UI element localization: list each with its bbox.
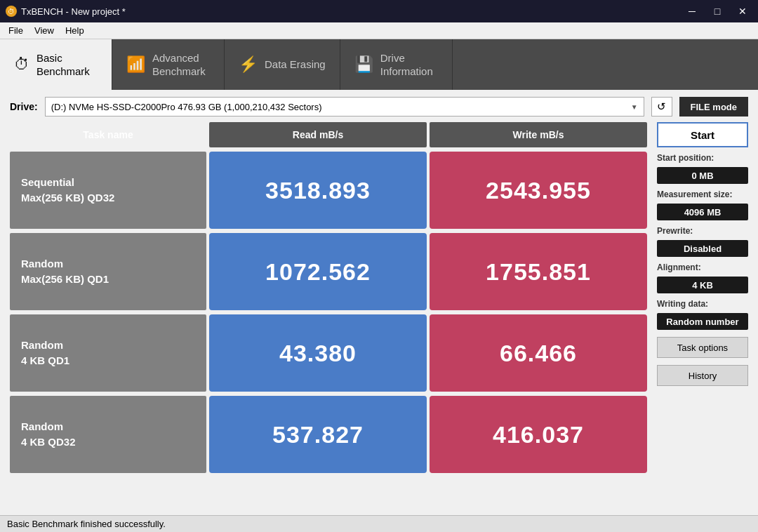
start-position-value: 0 MB — [657, 167, 748, 184]
row-label-4: Random4 KB QD32 — [10, 396, 206, 473]
measurement-size-label: Measurement size: — [657, 189, 748, 199]
tab-advanced-benchmark[interactable]: 📶 AdvancedBenchmark — [112, 39, 225, 90]
prewrite-label: Prewrite: — [657, 226, 748, 236]
maximize-button[interactable]: □ — [707, 4, 727, 19]
history-button[interactable]: History — [657, 365, 748, 386]
header-write: Write mB/s — [430, 122, 647, 147]
drive-selector[interactable]: (D:) NVMe HS-SSD-C2000Pro 476.93 GB (1,0… — [45, 97, 644, 117]
read-value-4: 537.827 — [209, 396, 427, 473]
read-value-2: 1072.562 — [209, 233, 427, 310]
header-read: Read mB/s — [209, 122, 427, 147]
tab-bar: ⏱ BasicBenchmark 📶 AdvancedBenchmark ⚡ D… — [0, 39, 758, 90]
read-value-1: 3518.893 — [209, 152, 427, 229]
start-button[interactable]: Start — [657, 122, 748, 147]
table-row: Random4 KB QD32 537.827 416.037 — [10, 396, 647, 473]
close-button[interactable]: ✕ — [733, 4, 752, 19]
app-icon: ⏱ — [6, 6, 17, 17]
writing-data-value: Random number — [657, 313, 748, 330]
tab-basic-benchmark[interactable]: ⏱ BasicBenchmark — [0, 39, 112, 90]
menu-file[interactable]: File — [3, 24, 29, 37]
menu-help[interactable]: Help — [60, 24, 90, 37]
basic-benchmark-icon: ⏱ — [14, 55, 29, 74]
drive-label: Drive: — [10, 101, 38, 112]
tab-info-label: DriveInformation — [380, 51, 433, 79]
write-value-2: 1755.851 — [430, 233, 647, 310]
main-content: Drive: (D:) NVMe HS-SSD-C2000Pro 476.93 … — [0, 90, 758, 515]
writing-data-label: Writing data: — [657, 299, 748, 309]
status-text: Basic Benchmark finished successfully. — [7, 519, 166, 529]
table-row: Random4 KB QD1 43.380 66.466 — [10, 314, 647, 392]
row-label-3: Random4 KB QD1 — [10, 314, 206, 392]
row-label-2: RandomMax(256 KB) QD1 — [10, 233, 206, 310]
tab-advanced-label: AdvancedBenchmark — [152, 51, 206, 79]
tab-drive-information[interactable]: 💾 DriveInformation — [340, 39, 453, 90]
table-row: SequentialMax(256 KB) QD32 3518.893 2543… — [10, 152, 647, 229]
write-value-4: 416.037 — [430, 396, 647, 473]
table-row: RandomMax(256 KB) QD1 1072.562 1755.851 — [10, 233, 647, 310]
measurement-size-value: 4096 MB — [657, 204, 748, 220]
data-erasing-icon: ⚡ — [239, 55, 258, 74]
prewrite-value: Disabled — [657, 240, 748, 257]
start-position-label: Start position: — [657, 153, 748, 163]
tab-basic-label: BasicBenchmark — [36, 51, 90, 79]
task-options-button[interactable]: Task options — [657, 337, 748, 358]
drive-row: Drive: (D:) NVMe HS-SSD-C2000Pro 476.93 … — [10, 97, 748, 117]
alignment-value: 4 KB — [657, 277, 748, 293]
title-bar: ⏱ TxBENCH - New project * ─ □ ✕ — [0, 0, 758, 22]
app-title: TxBENCH - New project * — [21, 6, 126, 17]
tab-erasing-label: Data Erasing — [265, 58, 326, 72]
menu-bar: File View Help — [0, 22, 758, 39]
advanced-benchmark-icon: 📶 — [126, 55, 145, 74]
header-task-name: Task name — [10, 122, 206, 147]
window-controls: ─ □ ✕ — [682, 4, 752, 19]
right-panel: Start Start position: 0 MB Measurement s… — [657, 122, 748, 508]
file-mode-button[interactable]: FILE mode — [679, 97, 748, 117]
dropdown-arrow-icon: ▼ — [631, 103, 638, 111]
table-header: Task name Read mB/s Write mB/s — [10, 122, 647, 147]
benchmark-area: Task name Read mB/s Write mB/s Sequentia… — [10, 122, 748, 508]
refresh-button[interactable]: ↺ — [651, 97, 672, 117]
write-value-1: 2543.955 — [430, 152, 647, 229]
row-label-1: SequentialMax(256 KB) QD32 — [10, 152, 206, 229]
drive-selected-value: (D:) NVMe HS-SSD-C2000Pro 476.93 GB (1,0… — [51, 102, 322, 112]
benchmark-table: Task name Read mB/s Write mB/s Sequentia… — [10, 122, 647, 508]
drive-info-icon: 💾 — [354, 55, 373, 74]
minimize-button[interactable]: ─ — [682, 4, 702, 19]
alignment-label: Alignment: — [657, 262, 748, 272]
read-value-3: 43.380 — [209, 314, 427, 392]
refresh-icon: ↺ — [657, 100, 666, 113]
tab-data-erasing[interactable]: ⚡ Data Erasing — [225, 39, 340, 90]
write-value-3: 66.466 — [430, 314, 647, 392]
status-bar: Basic Benchmark finished successfully. — [0, 515, 758, 532]
menu-view[interactable]: View — [29, 24, 60, 37]
